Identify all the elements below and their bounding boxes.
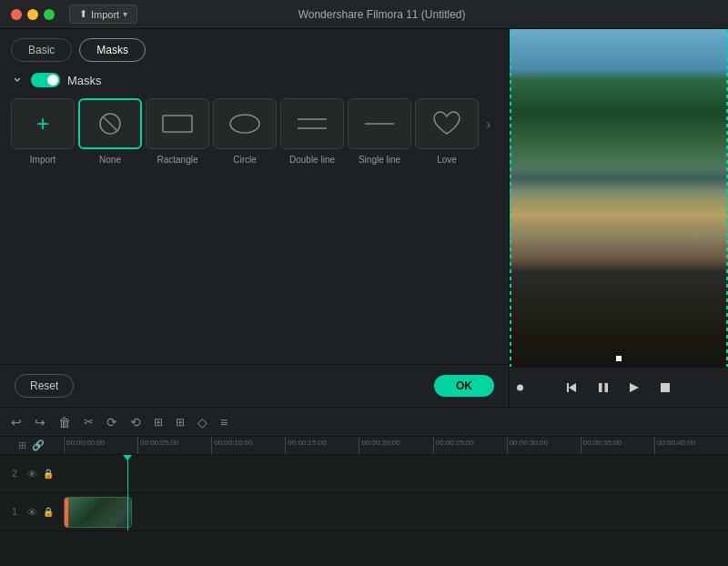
mask-label-love: Love — [437, 155, 457, 165]
mask-label-doubleline: Double line — [289, 155, 335, 165]
mask-item-rectangle[interactable]: Ractangle — [146, 98, 209, 165]
stop-icon — [659, 381, 672, 394]
playback-controls — [510, 367, 728, 407]
bottom-buttons: Reset OK — [0, 364, 509, 407]
track-eye-icon-1[interactable]: 👁 — [27, 507, 37, 518]
svg-rect-9 — [599, 383, 602, 392]
track-row-2: 2 👁 🔒 — [0, 455, 728, 493]
svg-rect-10 — [605, 383, 609, 392]
video-clip[interactable] — [64, 497, 132, 528]
love-mask-icon — [430, 110, 463, 137]
pause-icon — [597, 381, 610, 394]
minimize-button[interactable] — [27, 9, 38, 20]
timeline-ruler: 00:00:00:00 00:00:05:00 00:00:10:00 00:0… — [64, 437, 728, 455]
tabs-bar: Basic Masks — [0, 29, 509, 62]
timeline-area: ↩ ↪ 🗑 ✂ ⟳ ⟲ ⊞ ⊞ ◇ ≡ ⊞ 🔗 00:00:00:00 00:0… — [0, 407, 728, 566]
tab-basic[interactable]: Basic — [11, 38, 72, 62]
ruler-mark-7: 00:00:35:00 — [581, 437, 654, 454]
scroll-right-icon[interactable]: › — [482, 116, 494, 133]
mask-item-none[interactable]: None — [78, 98, 142, 165]
clip-thumbnail — [68, 498, 132, 527]
ok-button[interactable]: OK — [434, 375, 494, 397]
transform-icon[interactable]: ⊞ — [154, 416, 163, 429]
track-controls-1: 1 👁 🔒 — [0, 507, 64, 518]
ruler-container: ⊞ 🔗 00:00:00:00 00:00:05:00 00:00:10:00 … — [0, 437, 728, 455]
add-track-icon[interactable]: ⊞ — [18, 440, 26, 451]
masks-toggle[interactable] — [31, 73, 60, 87]
ruler-mark-2: 00:00:10:00 — [211, 437, 285, 454]
mask-box-love — [415, 98, 479, 149]
mask-label-none: None — [99, 155, 121, 165]
mask-box-rectangle — [146, 98, 209, 149]
svg-marker-8 — [569, 383, 576, 392]
split-icon[interactable]: ⊞ — [176, 416, 185, 429]
link-icon[interactable]: 🔗 — [32, 440, 45, 451]
skip-back-button[interactable] — [560, 375, 585, 400]
ruler-mark-8: 00:00:40:00 — [654, 437, 728, 454]
ruler-mark-3: 00:00:15:00 — [285, 437, 359, 454]
ruler-mark-1: 00:00:05:00 — [137, 437, 211, 454]
mask-box-import: + — [11, 98, 75, 149]
circle-mask-icon — [227, 111, 263, 136]
rect-mask-icon — [159, 111, 196, 136]
skip-back-icon — [566, 381, 579, 394]
title-bar: ⬆ Import ▾ Wondershare Filmora 11 (Untit… — [0, 0, 728, 29]
close-button[interactable] — [11, 9, 22, 20]
mask-label-circle: Circle — [233, 155, 257, 165]
mask-item-import[interactable]: + Import — [11, 98, 75, 165]
more-icon[interactable]: ≡ — [220, 415, 228, 430]
playhead-arrow — [123, 455, 132, 460]
track-content-2 — [64, 455, 728, 492]
svg-rect-12 — [661, 383, 670, 392]
timeline-playhead — [127, 455, 128, 492]
plus-icon: + — [36, 111, 49, 136]
keyframe-icon[interactable]: ◇ — [197, 415, 207, 430]
ruler-mark-6: 00:00:30:00 — [507, 437, 581, 454]
playback-row — [560, 375, 678, 400]
ruler-mark-5: 00:00:25:00 — [433, 437, 507, 454]
track-number-2: 2 — [7, 469, 22, 479]
svg-point-3 — [230, 115, 259, 133]
track-number-1: 1 — [7, 507, 22, 517]
copy-backward-icon[interactable]: ⟲ — [130, 415, 141, 430]
track-add-controls: ⊞ 🔗 — [0, 437, 64, 454]
mask-item-love[interactable]: Love — [415, 98, 479, 165]
cut-icon[interactable]: ✂ — [84, 415, 94, 429]
undo-icon[interactable]: ↩ — [11, 415, 22, 430]
mask-label-import: Import — [30, 155, 56, 165]
track-lock-icon-2[interactable]: 🔒 — [43, 469, 54, 479]
svg-rect-2 — [163, 116, 192, 132]
redo-icon[interactable]: ↪ — [35, 415, 46, 430]
track-lock-icon-1[interactable]: 🔒 — [43, 507, 54, 517]
window-title: Wondershare Filmora 11 (Untitled) — [46, 8, 717, 21]
masks-header: Masks — [11, 73, 498, 87]
expand-icon — [11, 74, 24, 86]
pause-button[interactable] — [591, 375, 616, 400]
progress-indicator — [616, 356, 622, 361]
mask-item-doubleline[interactable]: Double line — [280, 98, 344, 165]
play-button[interactable] — [622, 375, 647, 400]
stop-button[interactable] — [652, 375, 678, 400]
reset-button[interactable]: Reset — [15, 374, 74, 398]
mask-item-singleline[interactable]: Single line — [348, 98, 411, 165]
svg-rect-7 — [567, 383, 569, 392]
ruler-mark-0: 00:00:00:00 — [64, 437, 137, 454]
mask-box-singleline — [348, 98, 411, 149]
mask-label-rectangle: Ractangle — [157, 155, 197, 165]
clip-left-accent — [65, 498, 68, 527]
left-panel: Basic Masks Masks + Import — [0, 29, 510, 407]
main-layout: Basic Masks Masks + Import — [0, 29, 728, 407]
tab-masks[interactable]: Masks — [79, 38, 146, 62]
mask-box-none — [78, 98, 142, 149]
mask-box-doubleline — [280, 98, 344, 149]
timeline-playhead-1 — [127, 493, 128, 531]
toolbar: ↩ ↪ 🗑 ✂ ⟳ ⟲ ⊞ ⊞ ◇ ≡ — [0, 408, 728, 437]
delete-icon[interactable]: 🗑 — [58, 415, 71, 430]
track-eye-icon-2[interactable]: 👁 — [27, 469, 37, 480]
masks-grid: + Import None — [11, 98, 498, 165]
track-content-1 — [64, 493, 728, 531]
none-mask-icon — [96, 111, 125, 136]
right-panel — [510, 29, 728, 407]
mask-item-circle[interactable]: Circle — [213, 98, 277, 165]
copy-forward-icon[interactable]: ⟳ — [106, 415, 117, 430]
